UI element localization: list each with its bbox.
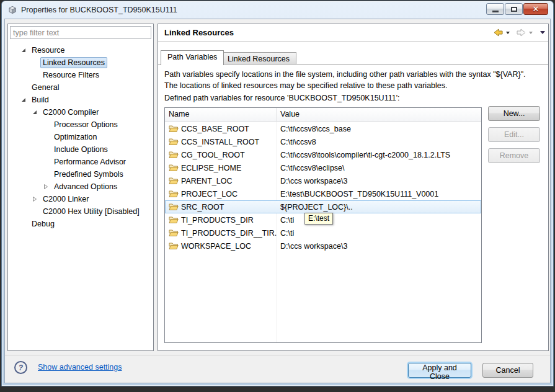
table-row[interactable]: WORKSPACE_LOCD:\ccs workspace\3	[165, 239, 481, 252]
twisty-spacer	[43, 146, 51, 153]
tree-item[interactable]: Optimization	[8, 131, 153, 143]
cancel-button[interactable]: Cancel	[482, 363, 533, 378]
window-title: Properties for BUCKBOOST_TD950K15U111	[21, 6, 177, 14]
column-header-name[interactable]: Name	[165, 108, 277, 122]
tree-item-label: Resource Filters	[40, 69, 102, 81]
cell-name: WORKSPACE_LOC	[165, 242, 277, 251]
tree-item[interactable]: C2000 Compiler	[8, 106, 153, 118]
tree-item[interactable]: C2000 Hex Utility [Disabled]	[8, 205, 153, 218]
cell-name: ECLIPSE_HOME	[165, 164, 277, 172]
back-history-dropdown-icon[interactable]	[506, 32, 510, 34]
filter-input[interactable]	[10, 26, 151, 39]
folder-icon	[169, 177, 179, 185]
tree-item[interactable]: Processor Options	[8, 118, 153, 131]
close-button[interactable]: ✕	[523, 3, 548, 15]
tree-item-label: Advanced Options	[51, 181, 120, 192]
twisty[interactable]	[20, 47, 29, 53]
remove-button[interactable]: Remove	[488, 148, 540, 163]
tree-item[interactable]: Resource	[8, 44, 153, 56]
tab-linked-resources[interactable]: Linked Resources	[221, 52, 296, 65]
twisty[interactable]	[32, 196, 40, 202]
cell-name: CCS_INSTALL_ROOT	[165, 138, 277, 146]
path-variable-name: CCS_BASE_ROOT	[181, 125, 249, 133]
expanded-twisty-icon[interactable]	[20, 97, 27, 103]
table-row[interactable]: SRC_ROOT${PROJECT_LOC}\..	[165, 200, 481, 213]
folder-icon	[169, 203, 179, 211]
table-row[interactable]: CG_TOOL_ROOTC:\ti\ccsv8\tools\compiler\t…	[165, 148, 481, 161]
path-variables-table[interactable]: Name Value CCS_BASE_ROOTC:\ti\ccsv8\ccs_…	[164, 107, 482, 343]
close-icon: ✕	[533, 5, 539, 13]
tree-item[interactable]: Predefined Symbols	[8, 168, 153, 180]
tree-item[interactable]: Debug	[8, 218, 153, 230]
column-header-value[interactable]: Value	[277, 108, 481, 122]
tree-item-label: Debug	[29, 218, 57, 229]
tree-item[interactable]: Advanced Options	[8, 180, 153, 193]
tree-item[interactable]: C2000 Linker	[8, 193, 153, 205]
help-circle-icon[interactable]: ?	[14, 361, 27, 374]
path-variable-name: WORKSPACE_LOC	[181, 242, 251, 251]
cell-value: C:\ti\ccsv8\eclipse\	[277, 164, 481, 172]
table-row[interactable]: PARENT_LOCD:\ccs workspace\3	[165, 174, 481, 187]
minimize-icon	[492, 11, 499, 12]
folder-icon	[169, 190, 179, 198]
path-variable-name: ECLIPSE_HOME	[181, 164, 241, 172]
twisty[interactable]	[43, 184, 51, 190]
tree-item[interactable]: Include Options	[8, 143, 153, 156]
forward-history-dropdown-icon[interactable]	[529, 32, 533, 34]
twisty-spacer	[43, 171, 51, 177]
titlebar[interactable]: Properties for BUCKBOOST_TD950K15U111 ✕	[2, 1, 553, 18]
tab-path-variables[interactable]: Path Variables	[161, 50, 224, 65]
collapsed-twisty-icon[interactable]	[43, 184, 49, 190]
back-arrow-icon[interactable]	[493, 29, 504, 37]
tree-item[interactable]: General	[8, 81, 153, 94]
tree-item-label: General	[29, 82, 61, 93]
cell-name: PARENT_LOC	[165, 177, 277, 185]
path-variable-name: TI_PRODUCTS_DIR__TIR...	[181, 229, 277, 238]
edit-button[interactable]: Edit...	[488, 127, 540, 142]
path-variable-name: SRC_ROOT	[181, 203, 224, 212]
cell-name: CG_TOOL_ROOT	[165, 151, 277, 159]
apply-and-close-button[interactable]: Apply and Close	[408, 363, 471, 378]
maximize-button[interactable]	[505, 3, 523, 15]
expanded-twisty-icon[interactable]	[32, 109, 38, 115]
maximize-icon	[511, 7, 517, 12]
new-button[interactable]: New...	[488, 106, 540, 121]
tree-item-label: Resource	[29, 45, 68, 56]
twisty[interactable]	[20, 97, 29, 103]
properties-dialog: ResourceLinked ResourcesResource Filters…	[4, 19, 551, 383]
tree-item-label: Predefined Symbols	[51, 169, 126, 180]
folder-icon	[169, 138, 179, 146]
table-row[interactable]: TI_PRODUCTS_DIR__TIR...C:\ti	[165, 226, 481, 239]
table-row[interactable]: CCS_INSTALL_ROOTC:\ti\ccsv8	[165, 135, 481, 148]
forward-arrow-icon[interactable]	[516, 29, 526, 37]
tree-item[interactable]: Build	[8, 94, 153, 106]
tree-item[interactable]: Linked Resources	[8, 56, 153, 69]
folder-icon	[169, 242, 179, 250]
show-advanced-settings-link[interactable]: Show advanced settings	[38, 363, 122, 372]
table-body: CCS_BASE_ROOTC:\ti\ccsv8\ccs_baseCCS_INS…	[165, 122, 481, 252]
folder-icon	[169, 229, 179, 237]
tree-item[interactable]: Resource Filters	[8, 69, 153, 81]
expanded-twisty-icon[interactable]	[20, 47, 27, 53]
folder-icon	[169, 125, 179, 133]
table-row[interactable]: PROJECT_LOCE:\test\BUCKBOOST_TD950K15U11…	[165, 187, 481, 200]
tree-item[interactable]: Performance Advisor	[8, 156, 153, 168]
minimize-button[interactable]	[486, 3, 504, 15]
twisty-spacer	[32, 72, 40, 78]
collapsed-twisty-icon[interactable]	[32, 196, 38, 202]
path-variable-name: PARENT_LOC	[181, 177, 232, 185]
tree-item-label: Optimization	[51, 131, 99, 143]
cell-value: C:\ti\ccsv8	[277, 138, 481, 146]
content-panel: Linked Resources Path Variables Linked R…	[158, 24, 549, 351]
cell-value: E:\test\BUCKBOOST_TD950K15U111_V0001	[277, 190, 481, 198]
cell-value: ${PROJECT_LOC}\..	[277, 203, 481, 212]
tree-item-label: Include Options	[51, 144, 110, 155]
table-row[interactable]: CCS_BASE_ROOTC:\ti\ccsv8\ccs_base	[165, 122, 481, 135]
twisty-spacer	[32, 60, 40, 66]
properties-window: Properties for BUCKBOOST_TD950K15U111 ✕ …	[1, 1, 554, 386]
cell-name: SRC_ROOT	[165, 203, 277, 212]
view-menu-icon[interactable]	[540, 31, 545, 34]
path-variable-name: CG_TOOL_ROOT	[181, 151, 245, 159]
table-row[interactable]: ECLIPSE_HOMEC:\ti\ccsv8\eclipse\	[165, 161, 481, 174]
twisty[interactable]	[32, 109, 40, 115]
